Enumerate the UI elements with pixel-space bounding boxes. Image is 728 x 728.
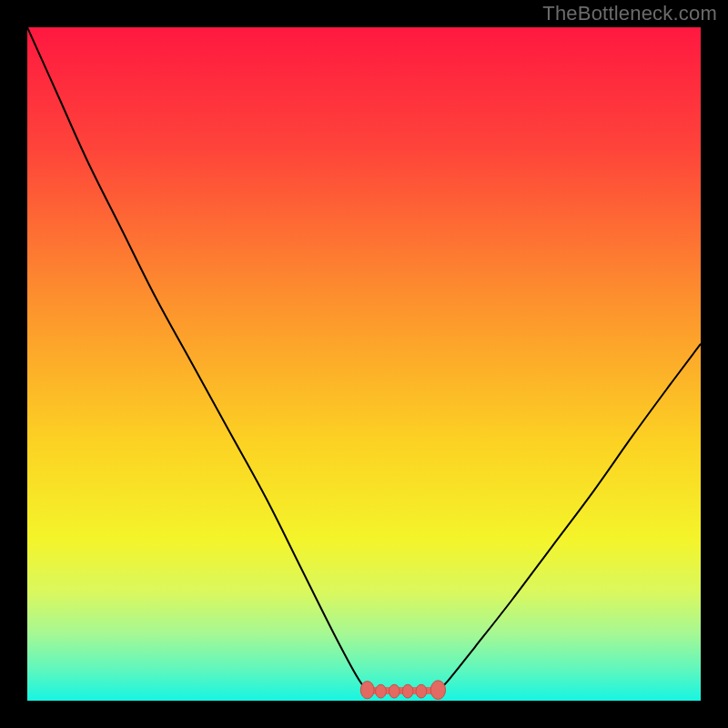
gradient-background: [27, 27, 701, 701]
marker-dot: [416, 684, 427, 698]
marker-dot: [430, 681, 445, 700]
marker-dot: [389, 684, 399, 698]
marker-dot: [376, 684, 387, 698]
marker-dot: [402, 684, 413, 698]
marker-dot: [360, 682, 374, 699]
watermark-text: TheBottleneck.com: [542, 2, 717, 25]
chart-frame: TheBottleneck.com: [0, 0, 728, 728]
chart-svg: [27, 27, 701, 701]
plot-area: [27, 27, 701, 701]
